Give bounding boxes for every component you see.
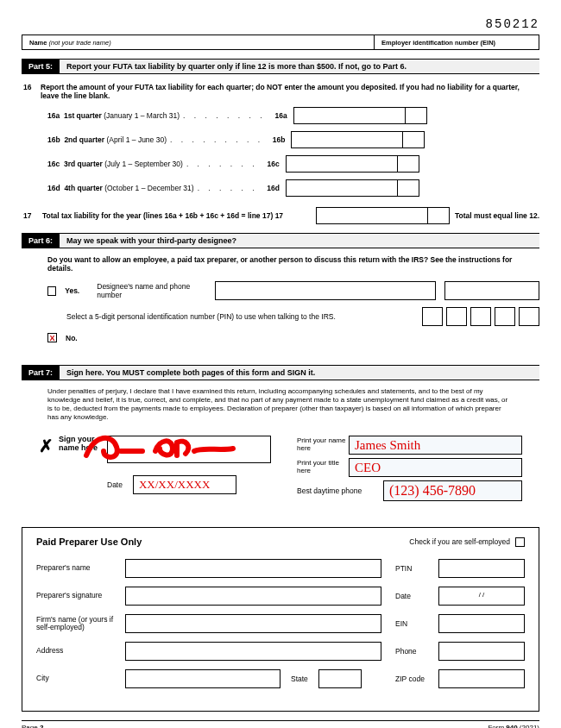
phone-input[interactable]: (123) 456-7890	[383, 480, 522, 501]
preparer-name-input[interactable]	[125, 559, 381, 578]
perjury-text: Under penalties of perjury, I declare th…	[22, 380, 539, 429]
checkbox-yes[interactable]	[47, 286, 56, 296]
checkbox-self-employed[interactable]	[515, 537, 525, 547]
line-16b: 16b 2nd quarter (April 1 – June 30) . . …	[47, 131, 539, 148]
print-title-input[interactable]: CEO	[349, 458, 522, 477]
address-input[interactable]	[125, 642, 381, 661]
part7-bar: Part 7: Sign here. You MUST complete bot…	[22, 365, 539, 380]
pin-digit-4[interactable]	[495, 307, 515, 326]
header-row: Name (not your trade name) Employer iden…	[22, 35, 539, 50]
preparer-signature-input[interactable]	[125, 587, 381, 606]
pin-digit-2[interactable]	[446, 307, 467, 326]
line-16c: 16c 3rd quarter (July 1 – September 30) …	[47, 155, 539, 173]
part6-body: Do you want to allow an employee, a paid…	[22, 248, 539, 356]
signature-x-icon: ✗	[39, 436, 54, 456]
ein-cell[interactable]: Employer identification number (EIN)	[375, 35, 539, 49]
designee-name-input[interactable]	[215, 281, 436, 300]
line-16a: 16a 1st quarter (January 1 – March 31) .…	[47, 107, 539, 124]
amount-17[interactable]	[316, 207, 450, 224]
part6-bar: Part 6: May we speak with your third-par…	[22, 233, 539, 248]
line16-intro: 16 Report the amount of your FUTA tax li…	[22, 83, 539, 100]
page-footer: Page 2 Form 940 (2021)	[22, 720, 539, 728]
sign-date-input[interactable]: XX/XX/XXXX	[133, 475, 236, 494]
city-input[interactable]	[125, 669, 280, 688]
part5-bar: Part 5: Report your FUTA tax liability b…	[22, 59, 539, 74]
ptin-input[interactable]	[438, 559, 525, 578]
signature-box[interactable]	[107, 436, 271, 463]
zip-input[interactable]	[438, 669, 525, 688]
amount-16c[interactable]	[286, 155, 419, 173]
preparer-ein-input[interactable]	[438, 614, 525, 633]
amount-16d[interactable]	[286, 179, 419, 197]
checkbox-no[interactable]: X	[47, 333, 57, 342]
line-16d: 16d 4th quarter (October 1 – December 31…	[47, 179, 539, 197]
form-id-number: 850212	[22, 17, 539, 31]
line-17: 17 Total tax liability for the year (lin…	[22, 207, 539, 224]
state-input[interactable]	[318, 669, 362, 688]
firm-name-input[interactable]	[125, 614, 381, 633]
part7-title: Sign here. You MUST complete both pages …	[60, 366, 322, 380]
print-name-input[interactable]: James Smith	[349, 436, 522, 455]
form-page: 850212 Name (not your trade name) Employ…	[0, 0, 561, 728]
signature-area: ✗ Sign your name here Date XX/XX/XXXX Pr…	[22, 429, 539, 515]
designee-phone-input[interactable]	[444, 281, 539, 300]
preparer-date-input[interactable]: / /	[438, 587, 525, 606]
signature-scribble-icon	[82, 430, 263, 464]
name-cell[interactable]: Name (not your trade name)	[22, 35, 375, 49]
part7-label: Part 7:	[22, 366, 60, 380]
amount-16b[interactable]	[291, 131, 425, 148]
preparer-phone-input[interactable]	[438, 642, 525, 661]
part6-label: Part 6:	[22, 234, 60, 248]
amount-16a[interactable]	[293, 107, 427, 124]
pin-digit-3[interactable]	[470, 307, 491, 326]
part5-title: Report your FUTA tax liability by quarte…	[60, 60, 413, 73]
part6-title: May we speak with your third-party desig…	[60, 234, 243, 248]
pin-digit-5[interactable]	[519, 307, 539, 326]
pin-digit-1[interactable]	[422, 307, 443, 326]
paid-preparer-section: Paid Preparer Use Only Check if you are …	[22, 527, 539, 712]
part5-label: Part 5:	[22, 60, 60, 73]
